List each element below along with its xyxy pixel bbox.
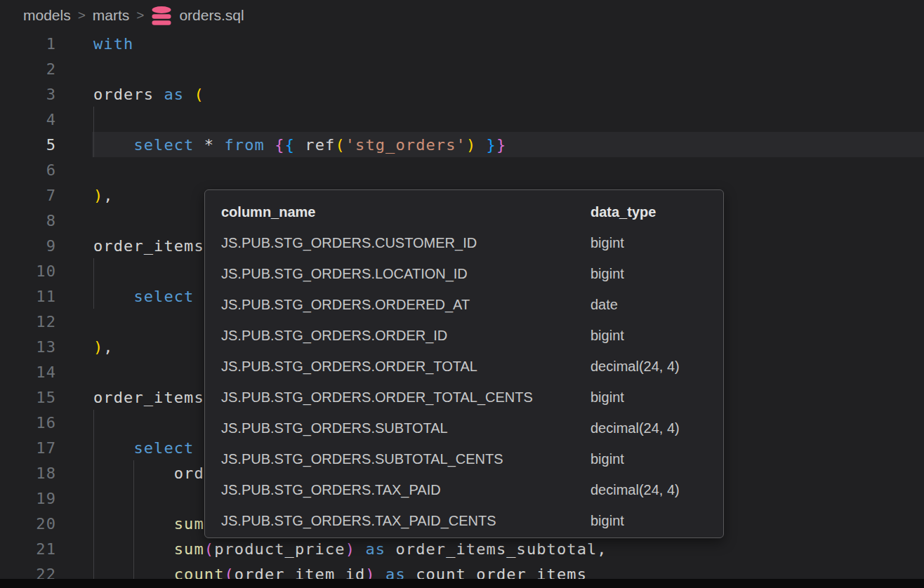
code-editor[interactable]: 1with23orders as (45 select * from {{ re… — [0, 31, 924, 587]
popup-cell-column-name: JS.PUB.STG_ORDERS.CUSTOMER_ID — [221, 235, 590, 251]
code-line[interactable]: 4 — [0, 107, 924, 132]
line-number: 15 — [0, 389, 56, 406]
line-number: 6 — [0, 161, 56, 179]
popup-row: JS.PUB.STG_ORDERS.TAX_PAID_CENTSbigint — [221, 505, 707, 536]
popup-cell-column-name: JS.PUB.STG_ORDERS.LOCATION_ID — [221, 266, 590, 282]
line-number: 21 — [0, 540, 56, 558]
indent-guide — [93, 486, 94, 511]
code-line[interactable]: 5 select * from {{ ref('stg_orders') }} — [0, 132, 924, 157]
popup-cell-data-type: decimal(24, 4) — [590, 482, 707, 498]
chevron-right-icon: > — [136, 8, 144, 23]
popup-cell-data-type: decimal(24, 4) — [590, 420, 707, 436]
popup-row: JS.PUB.STG_ORDERS.CUSTOMER_IDbigint — [221, 227, 707, 258]
code-line[interactable]: 1with — [0, 31, 924, 56]
line-number: 16 — [0, 414, 56, 432]
popup-row: JS.PUB.STG_ORDERS.ORDER_IDbigint — [221, 320, 707, 351]
code-text: ), — [93, 187, 114, 204]
line-number: 13 — [0, 338, 56, 356]
popup-cell-data-type: bigint — [590, 451, 707, 467]
popup-cell-data-type: bigint — [590, 389, 707, 406]
indent-guide — [133, 486, 134, 511]
line-number: 3 — [0, 86, 56, 103]
code-text: select — [93, 288, 194, 305]
line-number: 19 — [0, 490, 56, 507]
breadcrumb-item-models[interactable]: models — [23, 7, 71, 24]
column-info-popup: column_namedata_typeJS.PUB.STG_ORDERS.CU… — [204, 189, 724, 538]
code-text: select * from {{ ref('stg_orders') }} — [93, 136, 506, 154]
line-number: 12 — [0, 313, 56, 330]
line-number: 1 — [0, 35, 56, 53]
popup-header-data-type: data_type — [590, 204, 707, 220]
code-text: orders as ( — [93, 86, 204, 103]
popup-cell-data-type: decimal(24, 4) — [590, 359, 707, 375]
popup-row: JS.PUB.STG_ORDERS.LOCATION_IDbigint — [221, 258, 707, 289]
line-number: 17 — [0, 439, 56, 457]
line-number: 5 — [0, 136, 56, 154]
popup-cell-column-name: JS.PUB.STG_ORDERS.TAX_PAID — [221, 482, 590, 498]
line-number: 18 — [0, 465, 56, 482]
popup-cell-column-name: JS.PUB.STG_ORDERS.SUBTOTAL_CENTS — [221, 451, 590, 467]
code-line[interactable]: 21 sum(product_price) as order_items_sub… — [0, 536, 924, 561]
popup-header-row: column_namedata_type — [221, 196, 707, 227]
breadcrumb-item-file[interactable]: orders.sql — [179, 7, 244, 24]
popup-cell-data-type: bigint — [590, 513, 707, 529]
code-text: with — [93, 35, 133, 53]
database-icon — [151, 6, 172, 25]
line-number: 9 — [0, 237, 56, 255]
breadcrumb: models > marts > orders.sql — [0, 0, 924, 31]
popup-cell-column-name: JS.PUB.STG_ORDERS.ORDER_TOTAL — [221, 359, 590, 375]
code-text: order_items — [93, 237, 204, 255]
code-text: ord — [93, 465, 204, 482]
line-number: 2 — [0, 60, 56, 78]
indent-guide — [93, 410, 94, 435]
line-number: 11 — [0, 288, 56, 305]
popup-cell-column-name: JS.PUB.STG_ORDERS.SUBTOTAL — [221, 420, 590, 436]
indent-guide — [93, 258, 94, 283]
code-text: order_items — [93, 389, 204, 406]
popup-row: JS.PUB.STG_ORDERS.ORDER_TOTAL_CENTSbigin… — [221, 382, 707, 413]
line-number: 10 — [0, 262, 56, 280]
line-number: 8 — [0, 212, 56, 229]
code-line[interactable]: 2 — [0, 56, 924, 81]
code-line[interactable]: 3orders as ( — [0, 81, 924, 107]
popup-header-column-name: column_name — [221, 204, 590, 220]
popup-cell-data-type: bigint — [590, 328, 707, 344]
breadcrumb-item-marts[interactable]: marts — [93, 7, 130, 24]
popup-row: JS.PUB.STG_ORDERS.SUBTOTALdecimal(24, 4) — [221, 413, 707, 443]
line-number: 14 — [0, 363, 56, 381]
popup-cell-column-name: JS.PUB.STG_ORDERS.ORDER_ID — [221, 328, 590, 344]
popup-cell-column-name: JS.PUB.STG_ORDERS.ORDERED_AT — [221, 297, 590, 313]
indent-guide — [93, 107, 94, 132]
popup-cell-data-type: bigint — [590, 235, 707, 251]
popup-cell-column-name: JS.PUB.STG_ORDERS.ORDER_TOTAL_CENTS — [221, 389, 590, 406]
line-number: 20 — [0, 515, 56, 533]
line-number: 4 — [0, 111, 56, 128]
popup-cell-data-type: date — [590, 297, 707, 313]
popup-cell-data-type: bigint — [590, 266, 707, 282]
line-number: 7 — [0, 187, 56, 204]
code-line[interactable]: 6 — [0, 157, 924, 182]
popup-row: JS.PUB.STG_ORDERS.SUBTOTAL_CENTSbigint — [221, 443, 707, 474]
popup-cell-column-name: JS.PUB.STG_ORDERS.TAX_PAID_CENTS — [221, 513, 590, 529]
popup-row: JS.PUB.STG_ORDERS.ORDERED_ATdate — [221, 289, 707, 320]
code-text: select — [93, 439, 194, 457]
code-text: ), — [93, 338, 114, 356]
popup-row: JS.PUB.STG_ORDERS.TAX_PAIDdecimal(24, 4) — [221, 474, 707, 505]
popup-row: JS.PUB.STG_ORDERS.ORDER_TOTALdecimal(24,… — [221, 351, 707, 382]
chevron-right-icon: > — [78, 8, 86, 23]
code-text: sum(product_price) as order_items_subtot… — [93, 540, 607, 558]
bottom-panel-edge — [0, 579, 924, 588]
